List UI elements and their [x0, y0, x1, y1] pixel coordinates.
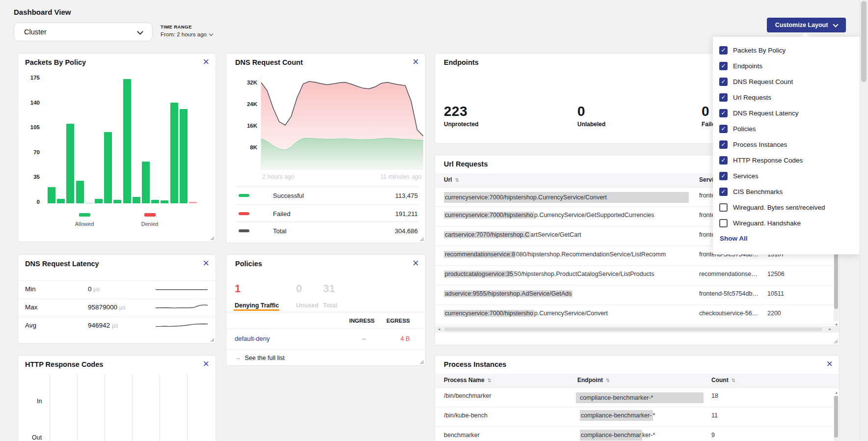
menu-item-label: Process Instances	[733, 141, 787, 148]
close-icon[interactable]: ×	[412, 55, 419, 69]
column-header-url[interactable]: Url⇅	[444, 176, 459, 183]
scrollbar-thumb[interactable]	[861, 1, 867, 82]
checked-checkbox-icon[interactable]: ✓	[719, 172, 728, 180]
menu-item-url-requests[interactable]: ✓Url Requests	[713, 89, 860, 105]
menu-item-dns-request-latency[interactable]: ✓DNS Request Latency	[713, 105, 860, 121]
close-icon[interactable]: ×	[203, 256, 209, 270]
menu-item-policies[interactable]: ✓Policies	[713, 121, 860, 137]
stat-denying-traffic[interactable]: 1 Denying Traffic	[235, 282, 279, 309]
menu-item-wireguard-bytes-sent-received[interactable]: Wireguard. Bytes sent/received	[713, 199, 860, 215]
y-axis-labels: 17514010570350	[18, 54, 40, 242]
sort-icon[interactable]: ⇅	[488, 378, 491, 383]
legend-row-total: Total 304,686	[235, 221, 419, 240]
sort-icon[interactable]: ⇅	[455, 177, 459, 183]
time-range-control[interactable]: TIME RANGE From: 2 hours ago	[161, 24, 213, 37]
menu-item-endpoints[interactable]: ✓Endpoints	[713, 58, 860, 74]
table-row[interactable]: adservice:9555/hipstershop.AdService/Get…	[435, 285, 839, 305]
menu-item-cis-benchmarks[interactable]: ✓CIS Benchmarks	[713, 184, 860, 199]
checked-checkbox-icon[interactable]: ✓	[719, 188, 728, 196]
highlighted-text: compliance-benchmarker-*	[576, 392, 704, 403]
menu-item-packets-by-policy[interactable]: ✓Packets By Policy	[713, 42, 860, 58]
time-range-value[interactable]: From: 2 hours ago	[161, 31, 213, 37]
close-icon[interactable]: ×	[203, 55, 209, 69]
checked-checkbox-icon[interactable]: ✓	[719, 46, 728, 55]
url-text: p.CurrencyService/GetSupportedCurrencies	[534, 212, 654, 219]
table-row[interactable]: currencyservice:7000/hipstershop.Currenc…	[435, 305, 839, 325]
sort-icon[interactable]: ⇅	[606, 378, 610, 383]
scrollbar-thumb[interactable]	[834, 396, 838, 438]
checked-checkbox-icon[interactable]: ✓	[719, 156, 728, 165]
allowed-bar	[133, 197, 140, 203]
legend-value: 191,211	[395, 210, 418, 218]
checked-checkbox-icon[interactable]: ✓	[719, 140, 728, 149]
column-header-endpoint[interactable]: Endpoint⇅	[577, 377, 610, 384]
resize-handle[interactable]	[210, 337, 214, 342]
card-policies: Policies × 1 Denying Traffic 0 Unused 31…	[226, 254, 426, 366]
stat-label: Denying Traffic	[235, 302, 279, 309]
column-header-process-name[interactable]: Process Name⇅	[444, 377, 491, 384]
close-icon[interactable]: ×	[203, 357, 209, 371]
vertical-scrollbar[interactable]	[834, 396, 839, 441]
table-row[interactable]: /bin/benchmarkercompliance-benchmarker-*…	[435, 387, 839, 407]
policy-name-link[interactable]: default-deny	[235, 335, 270, 342]
legend-row-failed: Failed 191,211	[235, 204, 419, 222]
see-full-list-link[interactable]: →See the full list	[235, 355, 285, 361]
menu-item-dns-request-count[interactable]: ✓DNS Request Count	[713, 74, 860, 89]
close-icon[interactable]: ×	[412, 256, 419, 270]
scrollbar-thumb[interactable]	[444, 328, 822, 331]
checked-checkbox-icon[interactable]: ✓	[719, 125, 728, 133]
checked-checkbox-icon[interactable]: ✓	[719, 62, 728, 70]
customize-layout-button[interactable]: Customize Layout	[767, 18, 846, 32]
show-all-link[interactable]: Show All	[720, 235, 860, 242]
view-selector-dropdown[interactable]: Cluster	[14, 23, 153, 41]
highlighted-text: recommendationservice:8	[444, 251, 516, 258]
table-header: INGRESS EGRESS	[226, 318, 425, 329]
checked-checkbox-icon[interactable]: ✓	[719, 93, 728, 102]
latency-label: Max	[25, 303, 38, 311]
horizontal-scrollbar[interactable]: ◂ ▸	[435, 326, 839, 332]
grid-line	[77, 374, 78, 441]
legend-allowed: Allowed	[67, 210, 102, 227]
stat-label: Total	[323, 302, 337, 309]
sort-icon[interactable]: ⇅	[732, 378, 735, 383]
page-scrollbar[interactable]	[860, 0, 868, 441]
stat-unused[interactable]: 0 Unused	[296, 282, 319, 309]
legend-row-successful: Successful 113,475	[235, 186, 419, 204]
denied-bar	[189, 202, 197, 203]
table-row[interactable]: /bin/kube-benchcompliance-benchmarker-*1…	[435, 407, 839, 427]
y-tick-label: 140	[30, 100, 40, 106]
menu-item-process-instances[interactable]: ✓Process Instances	[713, 137, 860, 152]
resize-handle[interactable]	[419, 237, 424, 241]
table-row[interactable]: productcatalogservice:3550/hipstershop.P…	[435, 266, 839, 285]
resize-handle[interactable]	[833, 339, 838, 343]
menu-item-services[interactable]: ✓Services	[713, 168, 860, 184]
checked-checkbox-icon[interactable]: ✓	[719, 78, 728, 86]
divider	[226, 349, 425, 350]
highlighted-text: compliance-benchmarker-	[580, 410, 653, 421]
scroll-left-arrow[interactable]: ◂	[438, 327, 440, 331]
policy-row[interactable]: default-deny – 4 B	[226, 329, 425, 349]
close-icon[interactable]: ×	[826, 357, 833, 371]
resize-handle[interactable]	[210, 236, 214, 240]
y-tick-label: 16K	[247, 123, 257, 129]
checked-checkbox-icon[interactable]: ✓	[719, 109, 728, 117]
stat-value: 1	[235, 282, 279, 295]
table-row[interactable]: benchmarkercompliance-benchmarker-*9	[435, 427, 839, 441]
unchecked-checkbox-icon[interactable]	[719, 219, 728, 227]
legend-label: Failed	[273, 210, 290, 218]
service-cell: frontend-5fc5754db…	[699, 290, 764, 297]
menu-item-wireguard-handshake[interactable]: Wireguard. Handshake	[713, 215, 860, 231]
stat-value: 0	[577, 104, 605, 119]
process-instances-rows: /bin/benchmarkercompliance-benchmarker-*…	[435, 387, 839, 441]
resize-handle[interactable]	[419, 359, 424, 364]
url-cell: productcatalogservice:3550/hipstershop.P…	[444, 271, 695, 277]
scroll-right-arrow[interactable]: ▸	[829, 327, 831, 331]
column-header-count[interactable]: Count⇅	[711, 377, 735, 384]
menu-item-http-response-codes[interactable]: ✓HTTP Response Codes	[713, 152, 860, 168]
highlighted-text: currencyservice:7000/hipstershop.Currenc…	[444, 192, 689, 203]
stat-total[interactable]: 31 Total	[323, 282, 337, 309]
unchecked-checkbox-icon[interactable]	[719, 203, 728, 212]
stat-label: Unprotected	[444, 121, 479, 128]
latency-row-max: Max 95879000 µs	[18, 299, 216, 317]
scroll-up-arrow[interactable]: ▴	[835, 390, 838, 395]
